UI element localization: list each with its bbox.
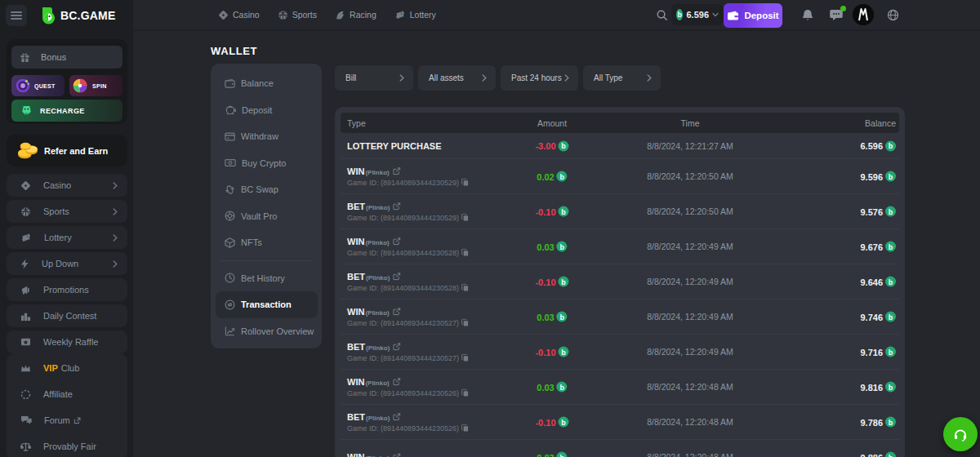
wallet-nav-item[interactable]: NFTs (211, 229, 322, 256)
sidebar-menu-item[interactable]: Casino (7, 174, 127, 197)
recharge-button[interactable]: RECHARGE (11, 100, 122, 122)
sidebar-menu-label: Daily Contest (43, 311, 118, 321)
sidebar-group-item[interactable]: Affiliate (7, 383, 127, 406)
filter-label: Bill (345, 73, 356, 82)
game-name: (Plinko) (366, 204, 390, 211)
chevron-right-icon (113, 234, 118, 242)
cell-balance: 9.596 b (860, 171, 896, 182)
cell-balance: 9.746 b (860, 312, 896, 322)
bcd-coin-icon: b (885, 312, 896, 322)
link-icon[interactable] (393, 167, 401, 175)
game-id: Game ID: (891440893444230526) (347, 424, 459, 433)
sidebar-group-label: Affiliate (43, 389, 73, 399)
filter-dropdown[interactable]: All assets (418, 65, 496, 91)
sidebar-menu-item[interactable]: Weekly Raffle (7, 331, 127, 353)
refer-and-earn-button[interactable]: Refer and Earn (7, 135, 127, 166)
wallet-nav-item[interactable]: Balance (211, 70, 322, 97)
col-balance: Balance (865, 118, 896, 128)
transaction-type: BET (347, 412, 365, 422)
wallet-nav-item[interactable]: BC Swap (211, 176, 322, 203)
wallet-nav-label: Transaction (241, 299, 292, 309)
bonus-button[interactable]: Bonus (11, 46, 122, 69)
copy-icon[interactable] (461, 424, 469, 433)
copy-icon[interactable] (461, 354, 469, 362)
affiliate-icon (20, 389, 31, 400)
amount-value: 0.03 (537, 242, 554, 251)
link-icon[interactable] (393, 453, 401, 457)
top-nav: Casino Sports Racing Lottery (218, 0, 436, 29)
transaction-row: WIN (Plinko) Game ID: (89144089344423052… (341, 228, 899, 264)
wallet-nav-divider (220, 260, 312, 261)
game-name: (Plinko) (366, 274, 390, 282)
scales-icon (20, 441, 31, 452)
link-icon[interactable] (393, 308, 401, 316)
wallet-nav-item[interactable]: Bet History (211, 265, 322, 292)
wallet-nav-label: Vault Pro (241, 211, 277, 221)
cell-balance: 9.576 b (860, 206, 896, 217)
link-icon[interactable] (393, 237, 401, 246)
user-avatar[interactable] (853, 4, 874, 25)
language-globe-icon[interactable] (887, 9, 899, 21)
copy-icon[interactable] (461, 389, 469, 397)
sidebar-group-item[interactable]: Forum (7, 409, 127, 432)
copy-icon[interactable] (461, 214, 469, 222)
sidebar-menu-item[interactable]: Promotions (7, 278, 127, 301)
wallet-nav-item[interactable]: Withdraw (211, 123, 322, 150)
copy-icon[interactable] (461, 284, 469, 292)
wallet-icon (225, 79, 235, 88)
chat-notification-dot (840, 6, 846, 11)
sidebar-menu-item[interactable]: Up Down (7, 252, 127, 275)
deposit-button[interactable]: Deposit (724, 3, 782, 28)
logo-icon (40, 7, 56, 24)
deposit-label: Deposit (744, 11, 778, 20)
sidebar-group-item[interactable]: VIP Club (7, 357, 127, 379)
sidebar-group-item[interactable]: Provably Fair (7, 435, 127, 457)
support-button[interactable] (943, 417, 978, 451)
headset-icon (953, 428, 968, 441)
cell-time: 8/8/2024, 12:20:48 AM (647, 382, 733, 392)
filter-dropdown[interactable]: Bill (335, 65, 413, 91)
top-nav-item[interactable]: Racing (335, 10, 376, 20)
filter-dropdown[interactable]: All Type (583, 65, 661, 91)
gift-icon (20, 52, 30, 63)
cell-amount: -0.10 b (535, 206, 568, 217)
copy-icon[interactable] (461, 179, 469, 187)
filter-dropdown[interactable]: Past 24 hours (501, 65, 578, 91)
bcd-coin-icon: b (885, 277, 896, 287)
cell-type: WIN (Plinko) Game ID: (89144089344423052… (347, 307, 469, 327)
sidebar-menu-item[interactable]: Lottery (7, 226, 127, 249)
sidebar-menu-item[interactable]: Sports (7, 200, 127, 223)
balance-selector[interactable]: b 6.596 (671, 4, 724, 25)
link-icon[interactable] (393, 343, 401, 351)
top-nav-item[interactable]: Lottery (394, 10, 436, 20)
search-icon[interactable] (656, 9, 668, 21)
amount-value: -0.10 (535, 277, 555, 286)
link-icon[interactable] (393, 378, 401, 386)
notifications-bell-icon[interactable] (802, 9, 813, 21)
top-nav-item[interactable]: Sports (278, 10, 317, 20)
chart-icon (225, 326, 235, 336)
wallet-nav-item[interactable]: Rollover Overview (211, 318, 322, 345)
bcd-coin-icon: b (885, 171, 896, 182)
link-icon[interactable] (393, 202, 401, 211)
link-icon[interactable] (393, 413, 401, 421)
bcd-coin-icon: b (557, 382, 568, 393)
quest-button[interactable]: QUEST (11, 75, 65, 96)
menu-toggle-button[interactable] (6, 5, 27, 26)
transaction-row: WIN (Plinko) Game ID: (89144089344423052… (341, 158, 899, 193)
clock-icon (225, 273, 235, 283)
transaction-row: WIN (Plinko) 0.03 b 8/8/2024, 12:20:48 A… (341, 439, 899, 457)
wallet-nav-item[interactable]: Vault Pro (211, 203, 322, 230)
wallet-nav-item[interactable]: Deposit (211, 97, 322, 124)
copy-icon[interactable] (461, 319, 469, 327)
sidebar-menu-item[interactable]: Daily Contest (7, 304, 127, 327)
link-icon[interactable] (393, 273, 401, 281)
wallet-nav-item[interactable]: Transaction (216, 291, 318, 318)
copy-icon[interactable] (461, 249, 469, 257)
wallet-nav-item[interactable]: Buy Crypto (211, 150, 322, 177)
spin-button[interactable]: SPIN (69, 75, 122, 96)
wallet-icon (727, 11, 739, 21)
transaction-type: WIN (347, 452, 364, 457)
top-nav-item[interactable]: Casino (218, 10, 260, 20)
brand-logo[interactable]: BC.GAME (40, 7, 116, 24)
